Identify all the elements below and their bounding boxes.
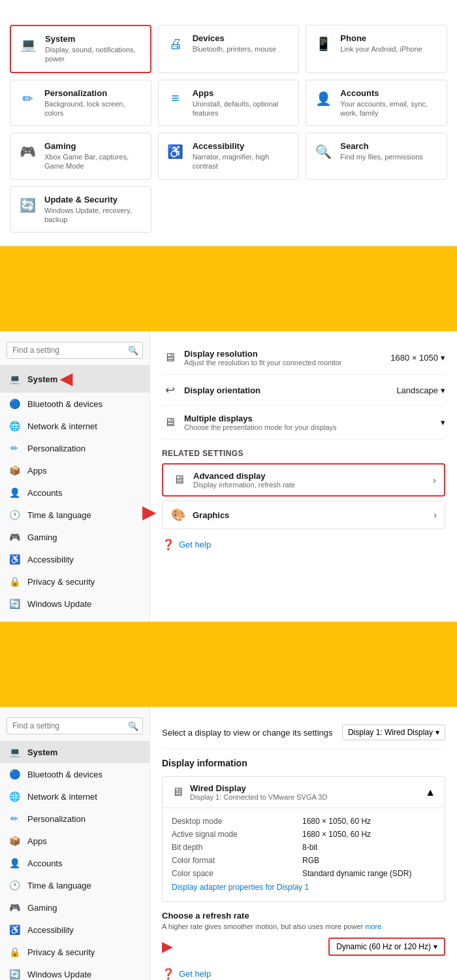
card-desc-apps: Uninstall, defaults, optional features (193, 99, 292, 118)
settings-card-apps[interactable]: ≡ Apps Uninstall, defaults, optional fea… (158, 80, 300, 127)
sidebar-item-time[interactable]: 🕐 Time & language (0, 504, 150, 526)
accounts-icon: 👤 (313, 88, 334, 109)
yellow-divider-1 (0, 246, 457, 331)
get-help-label: Get help (179, 540, 211, 549)
sidebar-item-apps[interactable]: 📦 Apps (0, 830, 150, 852)
network-sidebar-icon: 🌐 (8, 419, 21, 433)
chevron-multiple: ▾ (441, 417, 445, 427)
accessibility-sidebar-icon: ♿ (8, 923, 21, 936)
sidebar-item-bluetooth[interactable]: 🔵 Bluetooth & devices (0, 393, 150, 415)
display-row-resolution[interactable]: 🖥 Display resolution Adjust the resoluti… (162, 341, 445, 375)
refresh-rate-dropdown[interactable]: Dynamic (60 Hz or 120 Hz) ▾ (328, 938, 445, 956)
display-info-card: 🖥 Wired Display Display 1: Connected to … (162, 776, 445, 902)
settings-card-update[interactable]: 🔄 Update & Security Windows Update, reco… (10, 186, 151, 233)
sidebar-item-time[interactable]: 🕐 Time & language (0, 874, 150, 896)
network-sidebar-icon: 🌐 (8, 790, 21, 803)
sidebar-label-accessibility: Accessibility (27, 925, 74, 935)
di-row-desktop-mode: Desktop mode 1680 × 1050, 60 Hz (172, 815, 435, 828)
search-area-3: 🔍 (7, 717, 143, 734)
search-input-3[interactable] (7, 717, 143, 734)
privacy-sidebar-icon: 🔒 (8, 945, 21, 958)
sidebar-item-windows-update[interactable]: 🔄 Windows Update (0, 963, 150, 980)
search-input[interactable] (7, 342, 143, 359)
display-select-dropdown[interactable]: Display 1: Wired Display ▾ (342, 725, 445, 740)
personalization-sidebar-icon: ✏ (8, 442, 21, 455)
chevron-rel-advanced-display: › (433, 475, 436, 485)
sidebar-label-bluetooth: Bluetooth & devices (27, 399, 102, 409)
bluetooth-sidebar-icon: 🔵 (8, 397, 21, 410)
settings-card-gaming[interactable]: 🎮 Gaming Xbox Game Bar, captures, Game M… (10, 133, 151, 180)
chevron-down-icon: ▾ (435, 728, 439, 737)
display-main-content: 🖥 Display resolution Adjust the resoluti… (150, 331, 457, 621)
collapse-icon: ▲ (425, 787, 435, 798)
sidebar-item-accessibility[interactable]: ♿ Accessibility (0, 548, 150, 570)
card-title-apps: Apps (193, 88, 292, 98)
sidebar-label-gaming: Gaming (27, 903, 57, 913)
search-icon: 🔍 (313, 141, 334, 162)
di-label: Color space (172, 869, 302, 878)
sidebar-label-windows-update: Windows Update (27, 599, 91, 609)
related-row-graphics[interactable]: 🎨 Graphics › (162, 500, 445, 529)
refresh-rate-label: Choose a refresh rate (162, 911, 445, 921)
sidebar-label-privacy: Privacy & security (27, 947, 95, 957)
sidebar-item-accounts[interactable]: 👤 Accounts (0, 482, 150, 504)
rel-title-graphics: Graphics (193, 510, 229, 520)
settings-card-accounts[interactable]: 👤 Accounts Your accounts, email, sync, w… (306, 80, 447, 127)
sidebar-item-network[interactable]: 🌐 Network & internet (0, 415, 150, 437)
di-row-active-signal-mode: Active signal mode 1680 × 1050, 60 Hz (172, 828, 435, 841)
sidebar-item-gaming[interactable]: 🎮 Gaming (0, 526, 150, 548)
sidebar-item-system[interactable]: 💻 System ◀ (0, 365, 150, 393)
sidebar-item-apps[interactable]: 📦 Apps (0, 459, 150, 482)
display-row-orientation[interactable]: ↩ Display orientation Landscape ▾ (162, 375, 445, 406)
di-label: Desktop mode (172, 817, 302, 826)
search-icon-3: 🔍 (128, 721, 138, 731)
chevron-orientation: ▾ (441, 385, 445, 395)
related-row-advanced-display[interactable]: 🖥 Advanced display Display information, … (162, 463, 445, 497)
sidebar-item-accounts[interactable]: 👤 Accounts (0, 852, 150, 874)
sidebar-item-system[interactable]: 💻 System (0, 741, 150, 763)
sidebar-item-windows-update[interactable]: 🔄 Windows Update (0, 593, 150, 615)
di-value: 1680 × 1050, 60 Hz (302, 817, 371, 826)
settings-card-search[interactable]: 🔍 Search Find my files, permissions (306, 133, 447, 180)
windows-update-sidebar-icon: 🔄 (8, 597, 21, 610)
card-desc-personalization: Background, lock screen, colors (44, 99, 144, 118)
sidebar-item-bluetooth[interactable]: 🔵 Bluetooth & devices (0, 763, 150, 785)
settings-card-devices[interactable]: 🖨 Devices Bluetooth, printers, mouse (158, 25, 300, 73)
di-row-color-format: Color format RGB (172, 854, 435, 867)
sidebar-item-privacy[interactable]: 🔒 Privacy & security (0, 941, 150, 963)
adapter-properties-link[interactable]: Display adapter properties for Display 1 (172, 880, 435, 894)
row-desc-multiple: Choose the presentation mode for your di… (184, 423, 337, 431)
display-card-subtitle: Display 1: Connected to VMware SVGA 3D (190, 793, 327, 801)
card-title-search: Search (340, 141, 423, 151)
gaming-sidebar-icon: 🎮 (8, 531, 21, 544)
card-desc-update: Windows Update, recovery, backup (44, 206, 144, 225)
sidebar-label-time: Time & language (27, 510, 91, 520)
card-title-accounts: Accounts (340, 88, 440, 98)
sidebar-item-gaming[interactable]: 🎮 Gaming (0, 896, 150, 919)
settings-card-system[interactable]: 💻 System Display, sound, notifications, … (10, 25, 151, 73)
advanced-display-section: 🔍 💻 System 🔵 Bluetooth & devices 🌐 Netwo… (0, 707, 457, 980)
get-help-link-3[interactable]: ❓ Get help (162, 968, 445, 980)
accessibility-icon: ♿ (165, 141, 186, 162)
chevron-down-refresh: ▾ (433, 942, 437, 951)
phone-icon: 📱 (313, 33, 334, 54)
get-help-link[interactable]: ❓ Get help (162, 538, 445, 551)
sidebar-item-personalization[interactable]: ✏ Personalization (0, 437, 150, 459)
sidebar-item-network[interactable]: 🌐 Network & internet (0, 785, 150, 808)
settings-card-phone[interactable]: 📱 Phone Link your Android, iPhone (306, 25, 447, 73)
sidebar-label-time: Time & language (27, 881, 91, 890)
sidebar-item-accessibility[interactable]: ♿ Accessibility (0, 919, 150, 941)
refresh-rate-more-link[interactable]: more (365, 923, 381, 930)
settings-card-accessibility[interactable]: ♿ Accessibility Narrator, magnifier, hig… (158, 133, 300, 180)
update-icon: 🔄 (17, 195, 38, 216)
sidebar-label-network: Network & internet (27, 792, 97, 802)
sidebar-item-personalization[interactable]: ✏ Personalization (0, 808, 150, 830)
card-desc-devices: Bluetooth, printers, mouse (193, 44, 276, 54)
di-value: 1680 × 1050, 60 Hz (302, 830, 371, 839)
display-row-multiple[interactable]: 🖥 Multiple displays Choose the presentat… (162, 406, 445, 440)
settings-card-personalization[interactable]: ✏ Personalization Background, lock scree… (10, 80, 151, 127)
sidebar-item-privacy[interactable]: 🔒 Privacy & security (0, 570, 150, 593)
yellow-divider-2 (0, 622, 457, 707)
chevron-resolution: ▾ (441, 353, 445, 363)
display-select-label: Select a display to view or change its s… (162, 728, 333, 738)
